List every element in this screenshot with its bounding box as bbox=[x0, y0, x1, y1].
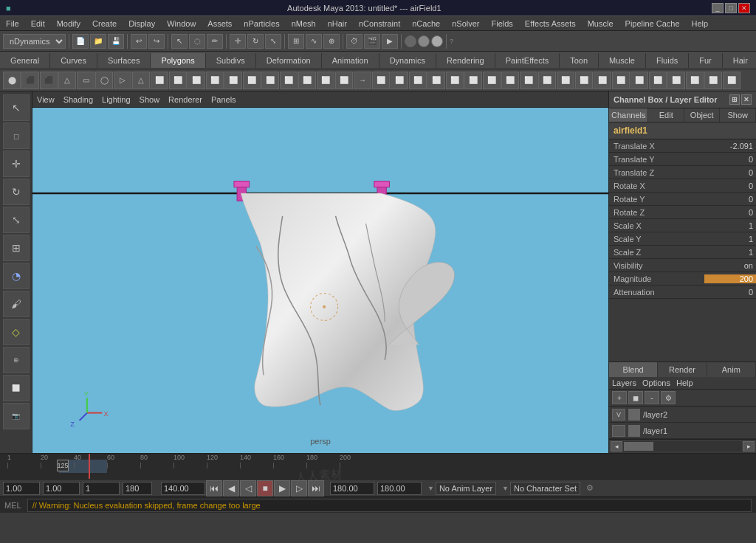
le-tab-render[interactable]: Render bbox=[658, 362, 707, 377]
tab-dynamics[interactable]: Dynamics bbox=[379, 53, 436, 68]
tb-save[interactable]: 💾 bbox=[108, 34, 124, 49]
bb-current-frame[interactable] bbox=[43, 482, 80, 495]
tb2-separate[interactable]: ⬜ bbox=[391, 72, 408, 89]
tb2-gear[interactable]: ⬜ bbox=[188, 72, 205, 89]
tb2-bridge[interactable]: ⬜ bbox=[630, 72, 648, 89]
tb2-extrude[interactable]: ⬜ bbox=[594, 72, 611, 89]
tab-curves[interactable]: Curves bbox=[50, 53, 97, 68]
layer1-color[interactable] bbox=[628, 425, 640, 437]
cb-property-value[interactable]: 0 bbox=[704, 181, 756, 190]
tb2-split[interactable]: ⬜ bbox=[686, 72, 704, 89]
tb2-cleanup[interactable]: ⬜ bbox=[538, 72, 556, 89]
tab-deformation[interactable]: Deformation bbox=[256, 53, 322, 68]
vp-menu-panels[interactable]: Panels bbox=[211, 95, 236, 104]
tb2-platonic[interactable]: ⬜ bbox=[243, 72, 261, 89]
step-forward-button[interactable]: ▷ bbox=[291, 480, 307, 497]
step-back-button[interactable]: ◀ bbox=[223, 480, 239, 497]
frame-display-1[interactable] bbox=[330, 482, 374, 495]
tb2-extra5[interactable]: ⬜ bbox=[335, 72, 353, 89]
tb-new[interactable]: 📄 bbox=[72, 34, 89, 49]
tb-snap-curve[interactable]: ∿ bbox=[306, 34, 322, 49]
le-new-from-sel[interactable]: ◼ bbox=[628, 391, 643, 404]
lt-paint-tool[interactable]: ◻ bbox=[3, 122, 30, 149]
tb2-extra4[interactable]: ⬜ bbox=[317, 72, 334, 89]
tb2-prism[interactable]: ▷ bbox=[114, 72, 131, 89]
tab-hair[interactable]: Hair bbox=[723, 53, 756, 68]
le-tab-blend[interactable]: Blend bbox=[609, 362, 658, 377]
tb2-extra1[interactable]: ⬜ bbox=[261, 72, 279, 89]
lt-universal-tool[interactable]: ⊞ bbox=[3, 235, 30, 261]
timeline[interactable]: 1 20 40 60 80 100 120 140 160 180 200 12… bbox=[0, 453, 756, 479]
cb-property-value[interactable]: 200 bbox=[704, 274, 756, 283]
tb-open[interactable]: 📁 bbox=[90, 34, 106, 49]
tab-fur[interactable]: Fur bbox=[689, 53, 723, 68]
viewport[interactable]: View Shading Lighting Show Renderer Pane… bbox=[32, 91, 608, 453]
timeline-playhead[interactable] bbox=[89, 454, 90, 479]
vp-menu-renderer[interactable]: Renderer bbox=[168, 95, 202, 104]
tb2-cyl[interactable]: ⬛ bbox=[40, 72, 58, 89]
lt-select-tool[interactable]: ↖ bbox=[3, 94, 30, 121]
lt-soft-select[interactable]: ◔ bbox=[3, 263, 30, 289]
tb-undo[interactable]: ↩ bbox=[131, 34, 147, 49]
tb-rotate[interactable]: ↻ bbox=[247, 34, 264, 49]
play-back-button[interactable]: ◁ bbox=[240, 480, 256, 497]
tab-general[interactable]: General bbox=[0, 53, 50, 68]
cb-property-value[interactable]: 0 bbox=[704, 208, 756, 217]
skip-to-end-button[interactable]: ⏭ bbox=[308, 480, 324, 497]
cb-property-value[interactable]: on bbox=[704, 261, 756, 270]
cb-property-value[interactable]: -2.091 bbox=[704, 142, 756, 151]
tb2-extract[interactable]: ⬜ bbox=[409, 72, 427, 89]
cb-tab-edit[interactable]: Edit bbox=[648, 108, 684, 122]
cb-property-value[interactable]: 0 bbox=[704, 195, 756, 204]
vp-menu-lighting[interactable]: Lighting bbox=[102, 95, 131, 104]
lt-move-tool[interactable]: ✛ bbox=[3, 151, 30, 177]
menu-modify[interactable]: Modify bbox=[51, 18, 86, 30]
menu-window[interactable]: Window bbox=[161, 18, 202, 30]
tb2-bool[interactable]: ⬜ bbox=[427, 72, 445, 89]
tb-select[interactable]: ↖ bbox=[171, 34, 188, 49]
tb-paint[interactable]: ✏ bbox=[207, 34, 223, 49]
tb-history[interactable]: ⏱ bbox=[346, 34, 362, 49]
bb-end-frame[interactable] bbox=[123, 482, 152, 495]
anim-layer-label[interactable]: No Anim Layer bbox=[436, 482, 496, 495]
tb2-arrow[interactable]: → bbox=[354, 72, 371, 89]
vp-menu-show[interactable]: Show bbox=[140, 95, 160, 104]
tb2-pipe[interactable]: ⬜ bbox=[151, 72, 168, 89]
menu-muscle[interactable]: Muscle bbox=[582, 18, 619, 30]
tb-light2[interactable] bbox=[418, 35, 430, 47]
tb2-mirror[interactable]: ⬜ bbox=[557, 72, 574, 89]
menu-nhair[interactable]: nHair bbox=[322, 18, 353, 30]
cb-expand[interactable]: ⊞ bbox=[729, 94, 740, 105]
cb-property-value[interactable]: 0 bbox=[704, 155, 756, 164]
lt-sculpt[interactable]: 🖌 bbox=[3, 291, 30, 317]
tab-painteffects[interactable]: PaintEffects bbox=[495, 53, 560, 68]
cb-tab-show[interactable]: Show bbox=[720, 108, 756, 122]
tb-snap-point[interactable]: ⊕ bbox=[323, 34, 340, 49]
cb-property-value[interactable]: 1 bbox=[704, 248, 756, 257]
bb-keyframe[interactable] bbox=[83, 482, 120, 495]
lt-scale-tool[interactable]: ⤡ bbox=[3, 207, 30, 233]
menu-nmesh[interactable]: nMesh bbox=[286, 18, 322, 30]
tb-render[interactable]: 🎬 bbox=[364, 34, 380, 49]
cb-property-value[interactable]: 0 bbox=[704, 288, 756, 297]
tab-muscle[interactable]: Muscle bbox=[599, 53, 646, 68]
play-forward-button[interactable]: ▶ bbox=[274, 480, 290, 497]
menu-ncache[interactable]: nCache bbox=[406, 18, 446, 30]
tb-ipr[interactable]: ▶ bbox=[382, 34, 398, 49]
tb2-extra3[interactable]: ⬜ bbox=[298, 72, 316, 89]
tb2-sphere[interactable]: ⬤ bbox=[3, 72, 21, 89]
tb2-cut[interactable]: ⬜ bbox=[667, 72, 685, 89]
tb2-insert[interactable]: ⬜ bbox=[704, 72, 722, 89]
skip-to-start-button[interactable]: ⏮ bbox=[206, 480, 222, 497]
minimize-button[interactable]: _ bbox=[712, 3, 724, 13]
le-del-layer[interactable]: - bbox=[645, 391, 659, 404]
cb-property-value[interactable]: 0 bbox=[704, 168, 756, 177]
tab-animation[interactable]: Animation bbox=[322, 53, 379, 68]
le-scroll-right[interactable]: ▸ bbox=[743, 441, 755, 452]
stop-button[interactable]: ■ bbox=[257, 480, 273, 497]
tb2-tri[interactable]: ⬜ bbox=[483, 72, 501, 89]
menu-help[interactable]: Help bbox=[686, 18, 715, 30]
tab-surfaces[interactable]: Surfaces bbox=[97, 53, 151, 68]
layer1-visibility[interactable] bbox=[612, 425, 625, 437]
tb-light1[interactable] bbox=[405, 35, 416, 47]
